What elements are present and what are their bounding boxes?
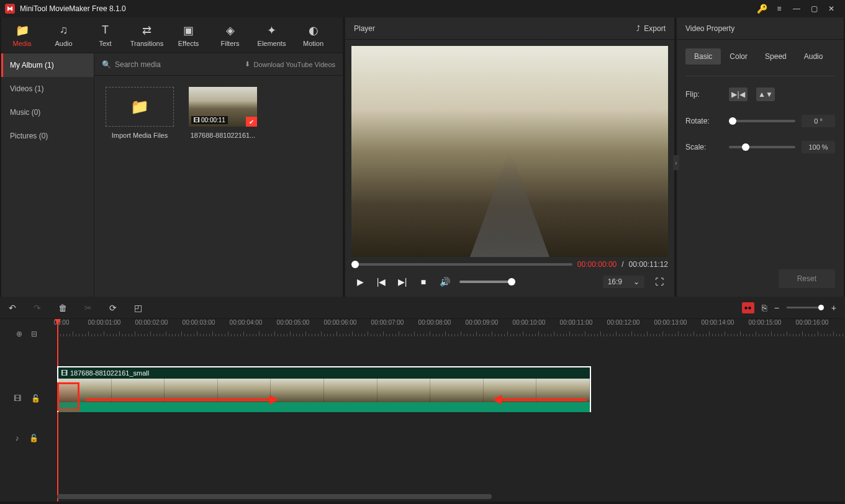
download-youtube-button[interactable]: ⬇Download YouTube Videos — [245, 60, 336, 68]
video-preview[interactable] — [351, 46, 668, 257]
search-placeholder: Search media — [115, 60, 161, 69]
property-panel: Video Property Basic Color Speed Audio F… — [677, 17, 844, 297]
tab-audio[interactable]: ♫Audio — [43, 17, 84, 53]
ptab-speed[interactable]: Speed — [756, 48, 795, 65]
prev-frame-button[interactable]: |◀ — [375, 276, 387, 288]
volume-slider[interactable] — [459, 281, 515, 283]
speed-button[interactable]: ⟳ — [109, 303, 117, 313]
reset-button[interactable]: Reset — [779, 269, 835, 288]
menu-icon[interactable]: ≡ — [770, 0, 788, 17]
delete-button[interactable]: 🗑 — [58, 303, 67, 313]
transition-icon: ⇄ — [142, 24, 151, 37]
total-time: 00:00:11:12 — [629, 260, 668, 269]
timeline-clip[interactable]: 🎞187688-881022161_small — [57, 366, 591, 412]
maximize-button[interactable]: ▢ — [805, 0, 823, 17]
minimize-button[interactable]: — — [788, 0, 805, 17]
play-button[interactable]: ▶ — [354, 276, 366, 288]
unlock-icon[interactable]: 🔓 — [31, 394, 40, 403]
tab-transitions[interactable]: ⇄Transitions — [126, 17, 168, 53]
volume-icon[interactable]: 🔊 — [438, 276, 451, 288]
collapse-properties-button[interactable]: › — [673, 155, 679, 170]
motion-icon: ◐ — [309, 24, 319, 37]
elements-icon: ✦ — [267, 24, 276, 37]
undo-button[interactable]: ↶ — [9, 303, 16, 313]
property-title: Video Property — [685, 24, 734, 33]
check-icon: ✔ — [246, 117, 257, 127]
annotation-arrow-left — [499, 398, 586, 401]
scale-label: Scale: — [685, 143, 729, 151]
folder-icon: 📁 — [130, 98, 149, 115]
flip-label: Flip: — [685, 90, 729, 99]
annotation-arrow-right — [86, 398, 272, 401]
rotate-value[interactable]: 0 ° — [802, 115, 835, 127]
unlock-icon[interactable]: 🔓 — [29, 434, 38, 443]
snap-button[interactable]: ⎘ — [762, 303, 767, 313]
album-pictures[interactable]: Pictures (0) — [1, 124, 94, 148]
search-input[interactable]: 🔍Search media — [102, 60, 245, 69]
video-track-icon: 🎞 — [14, 394, 21, 403]
tab-effects[interactable]: ▣Effects — [168, 17, 209, 53]
tab-label: Audio — [55, 40, 72, 47]
seek-slider[interactable] — [351, 263, 572, 266]
redo-button[interactable]: ↷ — [34, 303, 41, 313]
player-title: Player — [354, 24, 375, 33]
media-clip-item[interactable]: 🎞00:00:11 ✔ 187688-881022161... — [189, 87, 257, 139]
timeline-ruler[interactable]: 00:00:0000:00:01:0000:00:02:0000:00:03:0… — [53, 319, 845, 336]
export-label: Export — [644, 24, 666, 33]
flip-vertical-button[interactable]: ▲▼ — [756, 88, 775, 101]
album-myalbum[interactable]: My Album (1) — [1, 53, 94, 77]
tab-label: Media — [13, 40, 32, 47]
flip-horizontal-button[interactable]: ▶|◀ — [729, 88, 748, 101]
scale-slider[interactable] — [729, 146, 795, 148]
film-icon: 🎞 — [194, 117, 200, 124]
next-frame-button[interactable]: ▶| — [396, 276, 409, 288]
zoom-out-button[interactable]: − — [774, 303, 779, 313]
filters-icon: ◈ — [226, 24, 235, 37]
split-button[interactable]: ✂ — [84, 303, 92, 313]
video-track-row[interactable]: 🎞187688-881022161_small — [53, 366, 845, 416]
rotate-slider[interactable] — [729, 120, 795, 122]
timeline-scrollbar[interactable] — [53, 494, 839, 500]
current-time: 00:00:00:00 — [577, 260, 617, 269]
clip-name: 187688-881022161_small — [70, 369, 149, 377]
tab-elements[interactable]: ✦Elements — [251, 17, 292, 53]
ptab-audio[interactable]: Audio — [795, 48, 832, 65]
tab-label: Elements — [258, 40, 286, 47]
fit-timeline-button[interactable]: ●● — [742, 302, 754, 313]
collapse-track-icon[interactable]: ⊟ — [31, 330, 37, 338]
zoom-slider[interactable] — [787, 307, 824, 308]
tab-label: Filters — [221, 40, 240, 47]
tab-media[interactable]: 📁Media — [1, 17, 43, 53]
import-media-button[interactable]: 📁 Import Media Files — [106, 87, 174, 139]
album-videos[interactable]: Videos (1) — [1, 77, 94, 101]
scale-value[interactable]: 100 % — [802, 141, 835, 153]
tab-filters[interactable]: ◈Filters — [209, 17, 251, 53]
upgrade-key-icon[interactable]: 🔑 — [753, 0, 770, 17]
tab-motion[interactable]: ◐Motion — [292, 17, 334, 53]
tab-text[interactable]: TText — [84, 17, 126, 53]
album-list: My Album (1) Videos (1) Music (0) Pictur… — [1, 53, 94, 297]
aspect-ratio-select[interactable]: 16:9⌄ — [603, 276, 644, 288]
trim-handle-left[interactable] — [57, 382, 79, 411]
search-icon: 🔍 — [102, 60, 111, 69]
track-headers: ⊕⊟ 🎞🔓 ♪🔓 — [0, 319, 53, 502]
tab-label: Text — [99, 40, 111, 47]
clip-audio-wave — [58, 402, 590, 412]
fullscreen-button[interactable]: ⛶ — [653, 276, 666, 288]
timeline: ↶ ↷ 🗑 ✂ ⟳ ◰ ●● ⎘ − + ⊕⊟ 🎞🔓 ♪🔓 00:00:0000… — [0, 297, 845, 502]
add-track-icon[interactable]: ⊕ — [16, 330, 22, 338]
close-button[interactable]: ✕ — [823, 0, 840, 17]
track-row-empty[interactable] — [53, 336, 845, 366]
crop-button[interactable]: ◰ — [134, 303, 142, 313]
export-button[interactable]: ⤴Export — [636, 24, 666, 33]
app-title: MiniTool MovieMaker Free 8.1.0 — [20, 4, 753, 13]
app-logo — [5, 4, 15, 14]
zoom-in-button[interactable]: + — [831, 303, 836, 313]
ptab-color[interactable]: Color — [721, 48, 756, 65]
stop-button[interactable]: ■ — [417, 276, 430, 288]
audio-track-row[interactable] — [53, 416, 845, 456]
media-panel: 📁Media ♫Audio TText ⇄Transitions ▣Effect… — [1, 17, 343, 297]
ptab-basic[interactable]: Basic — [685, 48, 721, 65]
album-music[interactable]: Music (0) — [1, 101, 94, 124]
tab-label: Transitions — [130, 40, 163, 47]
